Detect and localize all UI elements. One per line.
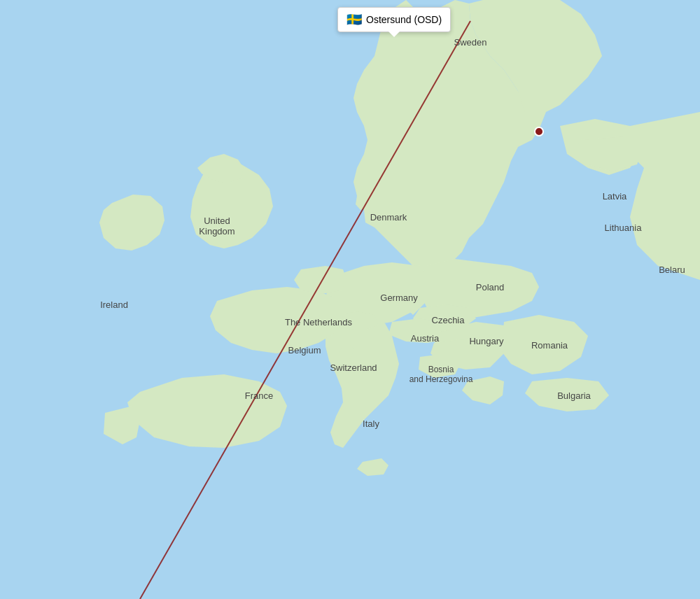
airport-tooltip: 🇸🇪 Ostersund (OSD): [337, 7, 451, 32]
destination-dot: [535, 127, 543, 136]
airport-label: Ostersund (OSD): [366, 14, 442, 25]
label-italy: Italy: [363, 418, 379, 429]
map-container: Sweden Ireland United Kingdom Denmark Th…: [0, 0, 700, 599]
label-united-kingdom: United: [204, 216, 230, 226]
label-bosnia-2: and Herzegovina: [410, 374, 473, 384]
label-austria: Austria: [411, 333, 440, 344]
label-bosnia: Bosnia: [428, 365, 454, 374]
label-denmark: Denmark: [370, 212, 407, 223]
label-latvia: Latvia: [603, 191, 627, 202]
label-sweden: Sweden: [454, 37, 487, 48]
label-romania: Romania: [531, 340, 568, 351]
flag-icon: 🇸🇪: [346, 12, 362, 27]
label-switzerland: Switzerland: [330, 362, 377, 373]
label-united-kingdom-2: Kingdom: [199, 226, 234, 237]
map-svg: Sweden Ireland United Kingdom Denmark Th…: [0, 0, 700, 599]
label-belarus: Belaru: [659, 265, 685, 275]
label-poland: Poland: [476, 282, 504, 293]
label-bulgaria: Bulgaria: [557, 390, 591, 401]
label-lithuania: Lithuania: [605, 223, 643, 233]
label-ireland: Ireland: [100, 300, 128, 310]
label-france: France: [245, 390, 273, 401]
label-germany: Germany: [380, 293, 418, 303]
label-hungary: Hungary: [469, 336, 504, 346]
label-czechia: Czechia: [432, 315, 465, 325]
label-the-netherlands: The Netherlands: [285, 317, 353, 327]
label-belgium: Belgium: [288, 345, 321, 355]
